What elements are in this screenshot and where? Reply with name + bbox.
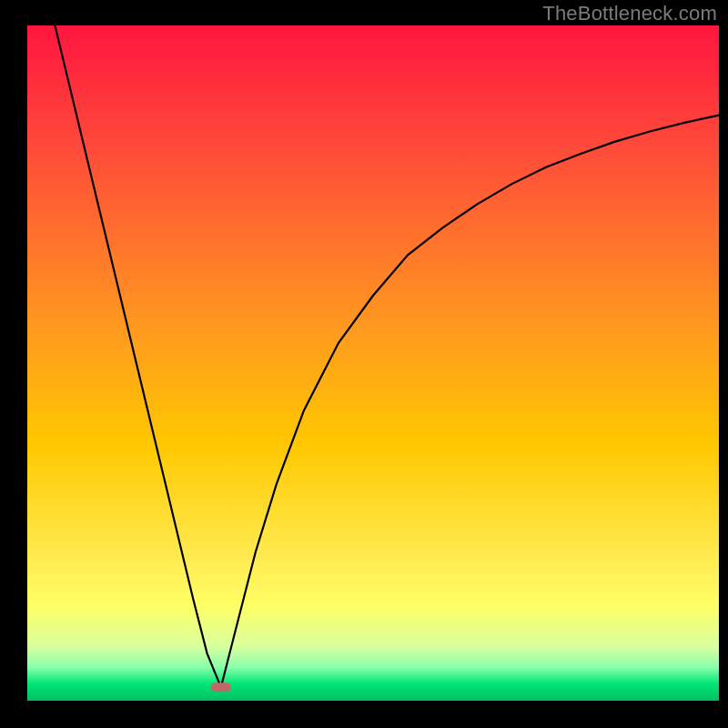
chart-frame: TheBottleneck.com <box>0 0 728 728</box>
min-marker <box>211 682 231 692</box>
watermark-text: TheBottleneck.com <box>542 2 717 25</box>
bottleneck-chart <box>0 0 728 728</box>
svg-rect-0 <box>27 25 719 701</box>
